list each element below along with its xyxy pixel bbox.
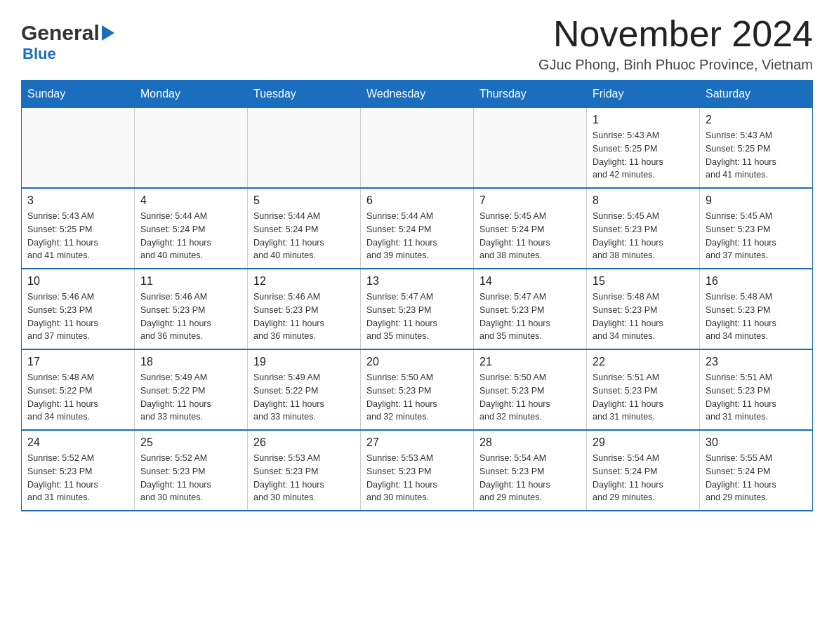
day-info: Sunrise: 5:54 AMSunset: 5:23 PMDaylight:… [479, 452, 581, 504]
day-info-line: and 31 minutes. [706, 410, 807, 424]
day-info-line: Sunrise: 5:55 AM [706, 452, 807, 465]
day-info-line: Sunset: 5:23 PM [366, 304, 468, 317]
calendar-cell: 22Sunrise: 5:51 AMSunset: 5:23 PMDayligh… [587, 349, 700, 430]
day-info-line: Sunrise: 5:46 AM [140, 290, 241, 304]
day-info-line: Sunset: 5:23 PM [366, 384, 468, 398]
day-info-line: and 39 minutes. [366, 249, 468, 262]
day-info-line: Sunset: 5:23 PM [479, 465, 581, 478]
day-number: 16 [706, 275, 807, 288]
day-info-line: Sunrise: 5:49 AM [253, 371, 355, 384]
day-info-line: Daylight: 11 hours [253, 398, 355, 411]
day-info-line: and 41 minutes. [706, 168, 807, 182]
day-info-line: Sunset: 5:23 PM [593, 384, 694, 398]
day-info: Sunrise: 5:43 AMSunset: 5:25 PMDaylight:… [706, 129, 807, 182]
day-info-line: Daylight: 11 hours [27, 236, 128, 250]
day-info-line: Daylight: 11 hours [593, 398, 694, 411]
day-info-line: Sunset: 5:24 PM [366, 223, 468, 236]
day-info: Sunrise: 5:50 AMSunset: 5:23 PMDaylight:… [479, 371, 581, 424]
calendar-cell: 11Sunrise: 5:46 AMSunset: 5:23 PMDayligh… [135, 269, 248, 349]
day-info-line: and 30 minutes. [366, 491, 468, 504]
day-info-line: Sunrise: 5:48 AM [706, 290, 807, 304]
day-number: 1 [593, 114, 694, 126]
day-number: 23 [706, 356, 807, 368]
day-number: 14 [479, 275, 581, 288]
day-info-line: Sunset: 5:23 PM [706, 223, 807, 236]
day-info: Sunrise: 5:47 AMSunset: 5:23 PMDaylight:… [366, 290, 468, 343]
day-info-line: and 29 minutes. [479, 491, 581, 504]
day-info-line: Daylight: 11 hours [593, 236, 694, 250]
calendar-week-row: 1Sunrise: 5:43 AMSunset: 5:25 PMDaylight… [22, 108, 813, 189]
day-info-line: Daylight: 11 hours [140, 317, 241, 330]
day-info-line: Sunset: 5:23 PM [140, 465, 241, 478]
day-info-line: Sunset: 5:23 PM [706, 384, 807, 398]
calendar-cell: 25Sunrise: 5:52 AMSunset: 5:23 PMDayligh… [135, 430, 248, 511]
header-wednesday: Wednesday [361, 81, 474, 108]
day-info-line: Sunrise: 5:45 AM [593, 210, 694, 223]
day-info-line: Daylight: 11 hours [479, 478, 581, 492]
day-number: 20 [366, 356, 468, 368]
day-info-line: Sunrise: 5:45 AM [479, 210, 581, 223]
day-info-line: Sunrise: 5:45 AM [706, 210, 807, 223]
calendar-cell: 27Sunrise: 5:53 AMSunset: 5:23 PMDayligh… [361, 430, 474, 511]
day-info-line: Sunrise: 5:54 AM [479, 452, 581, 465]
day-info-line: Sunset: 5:23 PM [479, 304, 581, 317]
day-info-line: Sunrise: 5:50 AM [479, 371, 581, 384]
day-info-line: Sunset: 5:23 PM [27, 465, 128, 478]
day-info-line: Daylight: 11 hours [27, 317, 128, 330]
day-info-line: Daylight: 11 hours [253, 478, 355, 492]
day-info: Sunrise: 5:46 AMSunset: 5:23 PMDaylight:… [253, 290, 355, 343]
header-sunday: Sunday [22, 81, 135, 108]
header-tuesday: Tuesday [248, 81, 361, 108]
day-number: 18 [140, 356, 241, 368]
calendar-cell: 1Sunrise: 5:43 AMSunset: 5:25 PMDaylight… [587, 108, 700, 189]
header-saturday: Saturday [700, 81, 813, 108]
day-info-line: Sunrise: 5:47 AM [366, 290, 468, 304]
calendar-cell: 29Sunrise: 5:54 AMSunset: 5:24 PMDayligh… [587, 430, 700, 511]
day-info-line: and 34 minutes. [27, 410, 128, 424]
day-info-line: Sunset: 5:24 PM [706, 465, 807, 478]
calendar-cell: 10Sunrise: 5:46 AMSunset: 5:23 PMDayligh… [22, 269, 135, 349]
day-info-line: Sunrise: 5:50 AM [366, 371, 468, 384]
calendar-week-row: 24Sunrise: 5:52 AMSunset: 5:23 PMDayligh… [22, 430, 813, 511]
calendar-cell: 4Sunrise: 5:44 AMSunset: 5:24 PMDaylight… [135, 188, 248, 269]
day-info-line: Sunrise: 5:43 AM [27, 210, 128, 223]
calendar-header-row: Sunday Monday Tuesday Wednesday Thursday… [22, 81, 813, 108]
day-info-line: Sunset: 5:23 PM [253, 465, 355, 478]
day-info-line: Sunrise: 5:54 AM [593, 452, 694, 465]
day-info: Sunrise: 5:52 AMSunset: 5:23 PMDaylight:… [27, 452, 128, 504]
calendar-cell [248, 108, 361, 189]
day-number: 17 [27, 356, 128, 368]
day-info-line: Sunrise: 5:46 AM [27, 290, 128, 304]
day-number: 5 [253, 194, 355, 207]
calendar-cell: 28Sunrise: 5:54 AMSunset: 5:23 PMDayligh… [474, 430, 587, 511]
day-info-line: Sunrise: 5:47 AM [479, 290, 581, 304]
day-info: Sunrise: 5:43 AMSunset: 5:25 PMDaylight:… [27, 210, 128, 262]
day-info-line: Daylight: 11 hours [140, 398, 241, 411]
day-info-line: Daylight: 11 hours [253, 236, 355, 250]
day-info-line: Daylight: 11 hours [253, 317, 355, 330]
day-info-line: Sunrise: 5:43 AM [593, 129, 694, 142]
day-number: 19 [253, 356, 355, 368]
day-info-line: Sunset: 5:25 PM [706, 142, 807, 156]
day-info-line: and 29 minutes. [706, 491, 807, 504]
day-info-line: and 35 minutes. [366, 330, 468, 343]
day-number: 21 [479, 356, 581, 368]
day-info-line: Sunrise: 5:52 AM [140, 452, 241, 465]
calendar-cell: 21Sunrise: 5:50 AMSunset: 5:23 PMDayligh… [474, 349, 587, 430]
calendar-cell [474, 108, 587, 189]
day-info-line: Sunset: 5:25 PM [593, 142, 694, 156]
day-info-line: and 41 minutes. [27, 249, 128, 262]
day-info-line: Daylight: 11 hours [706, 398, 807, 411]
day-info-line: Daylight: 11 hours [593, 478, 694, 492]
day-number: 3 [27, 194, 128, 207]
day-info-line: Sunrise: 5:46 AM [253, 290, 355, 304]
day-info-line: Sunset: 5:22 PM [253, 384, 355, 398]
day-info: Sunrise: 5:45 AMSunset: 5:24 PMDaylight:… [479, 210, 581, 262]
day-info-line: and 36 minutes. [253, 330, 355, 343]
day-number: 30 [706, 436, 807, 449]
day-info-line: Sunset: 5:24 PM [253, 223, 355, 236]
day-info-line: Daylight: 11 hours [140, 478, 241, 492]
day-info-line: and 38 minutes. [593, 249, 694, 262]
title-block: November 2024 GJuc Phong, Binh Phuoc Pro… [538, 14, 813, 73]
header-monday: Monday [135, 81, 248, 108]
